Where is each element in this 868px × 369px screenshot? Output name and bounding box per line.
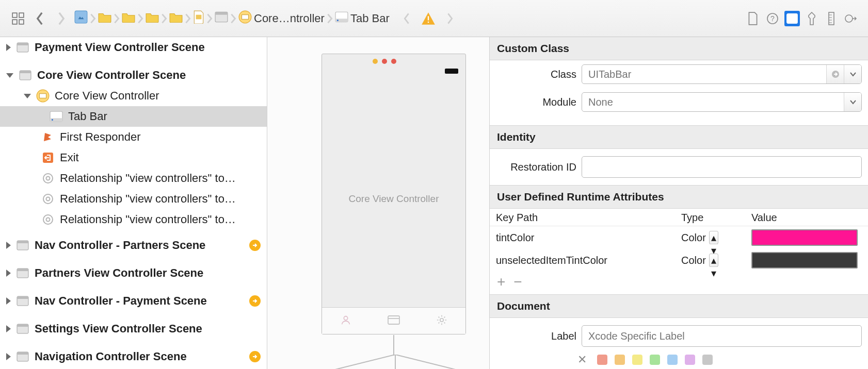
disclosure-triangle-icon[interactable]: [6, 353, 11, 360]
class-combobox[interactable]: [582, 64, 862, 84]
device-preview[interactable]: Core View Controller: [322, 54, 466, 334]
breadcrumb[interactable]: Core…ntroller Tab Bar: [74, 10, 390, 27]
scene-row[interactable]: Partners View Controller Scene: [0, 263, 267, 283]
related-items-icon[interactable]: [9, 10, 27, 27]
segue-row[interactable]: Relationship "view controllers" to…: [0, 209, 267, 230]
nav-forward-chevron[interactable]: [441, 10, 459, 27]
disclosure-triangle-icon[interactable]: [6, 242, 11, 249]
disclosure-triangle-icon[interactable]: [6, 73, 13, 78]
folder-icon: [169, 11, 183, 26]
color-swatch[interactable]: [751, 229, 858, 246]
disclosure-triangle-icon[interactable]: [6, 270, 11, 277]
chevron-right-icon: [90, 13, 96, 24]
attr-type[interactable]: Color: [681, 232, 706, 244]
scene-row[interactable]: Payment View Controller Scene: [0, 37, 267, 58]
attr-type[interactable]: Color: [681, 255, 706, 266]
segue-icon: [41, 172, 55, 185]
connections-inspector-tab[interactable]: [843, 11, 859, 26]
goto-class-icon[interactable]: [826, 65, 844, 83]
svg-rect-48: [17, 296, 28, 299]
tabbar-row[interactable]: Tab Bar: [0, 106, 267, 127]
attr-keypath[interactable]: unselectedItemTintColor: [496, 255, 681, 266]
color-swatch[interactable]: [751, 252, 858, 269]
document-outline[interactable]: Payment View Controller Scene Core View …: [0, 37, 267, 369]
disclosure-triangle-icon[interactable]: [6, 325, 11, 332]
color-dot[interactable]: [650, 355, 660, 365]
help-inspector-tab[interactable]: ?: [765, 11, 780, 26]
attribute-row[interactable]: tintColor Color ▴▾: [490, 226, 868, 249]
label-color-picker[interactable]: ✕: [577, 351, 868, 369]
scene-icon: [16, 41, 29, 54]
folder-icon: [122, 11, 135, 26]
scene-icon: [19, 69, 32, 82]
scene-row[interactable]: Nav Controller - Payment Scene: [0, 291, 267, 311]
storyboard-file-icon: [193, 10, 204, 27]
exit-icon: [41, 151, 55, 164]
color-dot[interactable]: [702, 355, 713, 365]
attributes-inspector-tab[interactable]: [804, 11, 819, 26]
section-header: Identity: [490, 125, 868, 149]
storyboard-canvas[interactable]: Core View Controller: [267, 37, 489, 369]
scene-row[interactable]: Nav Controller - Partners Scene: [0, 235, 267, 256]
scene-label: Nav Controller - Partners Scene: [35, 239, 205, 252]
svg-point-37: [43, 174, 53, 183]
type-stepper[interactable]: ▴▾: [709, 231, 718, 244]
class-input[interactable]: [582, 65, 826, 83]
nav-back-button[interactable]: [31, 10, 49, 27]
add-attribute-button[interactable]: +: [497, 275, 505, 289]
segue-arrow-icon: [249, 295, 261, 307]
color-dot[interactable]: [632, 355, 642, 365]
scene-dot-icon: [373, 59, 378, 64]
disclosure-triangle-icon[interactable]: [6, 297, 11, 305]
firstresponder-row[interactable]: First Responder: [0, 127, 267, 147]
attribute-row[interactable]: unselectedItemTintColor Color ▴▾: [490, 249, 868, 272]
restoration-id-input[interactable]: [582, 156, 862, 178]
scene-titlebar[interactable]: [322, 54, 465, 69]
module-combobox[interactable]: [582, 92, 862, 112]
clear-color-icon[interactable]: ✕: [577, 353, 587, 366]
segue-arrow-icon: [249, 351, 261, 362]
chevron-down-icon[interactable]: [844, 93, 861, 111]
segue-row[interactable]: Relationship "view controllers" to…: [0, 168, 267, 189]
segue-row[interactable]: Relationship "view controllers" to…: [0, 189, 267, 209]
tab-bar[interactable]: [322, 307, 465, 334]
card-icon[interactable]: [388, 315, 400, 327]
scene-row[interactable]: Settings View Controller Scene: [0, 318, 267, 339]
segue-icon: [41, 192, 55, 206]
size-inspector-tab[interactable]: [824, 11, 839, 26]
breadcrumb-leaf[interactable]: Tab Bar: [350, 12, 390, 25]
viewcontroller-icon: [238, 10, 252, 27]
file-inspector-tab[interactable]: [745, 11, 761, 26]
svg-rect-4: [75, 11, 87, 23]
viewcontroller-row[interactable]: Core View Controller: [0, 86, 267, 106]
color-dot[interactable]: [615, 355, 625, 365]
disclosure-triangle-icon[interactable]: [6, 44, 11, 51]
chevron-down-icon[interactable]: [844, 65, 861, 83]
breadcrumb-item[interactable]: Core…ntroller: [254, 12, 325, 25]
gear-icon[interactable]: [436, 314, 447, 328]
attr-keypath[interactable]: tintColor: [496, 232, 681, 244]
scene-label: Payment View Controller Scene: [35, 41, 205, 54]
exit-row[interactable]: Exit: [0, 147, 267, 168]
label-input[interactable]: [582, 325, 862, 347]
field-label: Module: [496, 96, 576, 108]
color-dot[interactable]: [667, 355, 678, 365]
warning-icon[interactable]: [420, 10, 437, 27]
svg-rect-5: [196, 14, 202, 19]
scene-icon: [16, 266, 29, 280]
person-icon[interactable]: [340, 314, 351, 328]
module-input[interactable]: [582, 93, 844, 111]
scene-row[interactable]: Core View Controller Scene: [0, 65, 267, 86]
identity-inspector-tab[interactable]: [784, 11, 800, 26]
section-header: Document: [490, 294, 868, 318]
disclosure-triangle-icon[interactable]: [24, 94, 31, 98]
outline-label: Exit: [60, 151, 79, 164]
nav-back-chevron[interactable]: [398, 10, 415, 27]
scene-row[interactable]: Navigation Controller Scene: [0, 346, 267, 367]
scene-icon: [16, 322, 29, 336]
type-stepper[interactable]: ▴▾: [709, 254, 718, 267]
remove-attribute-button[interactable]: −: [513, 275, 522, 289]
color-dot[interactable]: [597, 355, 607, 365]
chevron-right-icon: [206, 13, 213, 24]
color-dot[interactable]: [685, 355, 695, 365]
